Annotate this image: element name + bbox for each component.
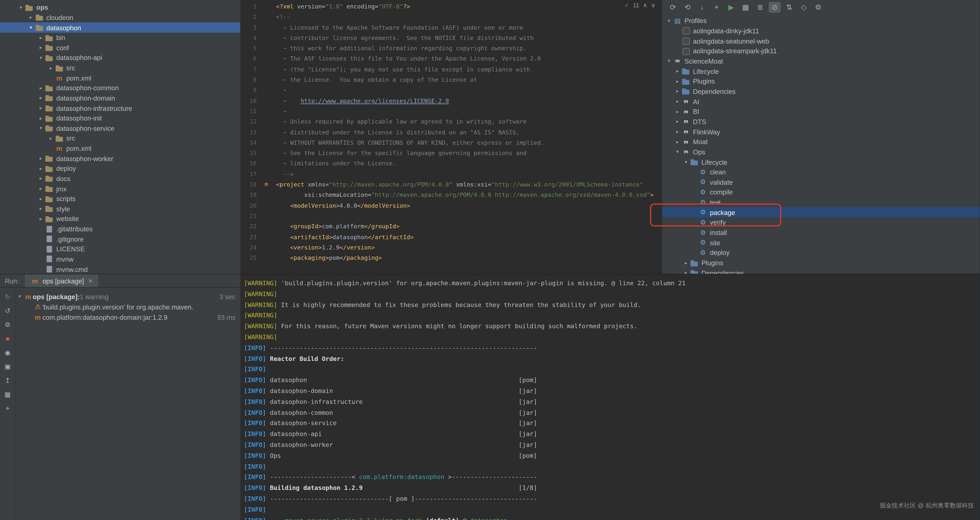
tree-item-style[interactable]: ▸style <box>0 204 240 214</box>
editor-line[interactable]: 20 <modelVersion>4.0.0</modelVersion> <box>241 200 662 211</box>
inspection-widget[interactable]: ✓ 11 ∧ ∨ <box>624 2 655 8</box>
run-maven-goal-icon[interactable]: ▶ <box>725 2 737 13</box>
export-icon[interactable]: ↥ <box>3 376 13 384</box>
editor-line[interactable]: 18m<project xmlns="http://maven.apache.o… <box>241 179 662 190</box>
editor-line[interactable]: 5 ~ this work for additional information… <box>241 43 662 54</box>
tree-item-ops[interactable]: ▾ops <box>0 2 240 13</box>
expand-arrow-icon[interactable]: ▸ <box>37 196 45 201</box>
tree-item-datasophon-service[interactable]: ▾datasophon-service <box>0 123 240 134</box>
expand-arrow-icon[interactable]: ▸ <box>37 105 45 111</box>
editor-line[interactable]: 9 ~ <box>241 85 662 96</box>
tree-item-src[interactable]: ▸src <box>0 63 240 73</box>
show-dependencies-icon[interactable]: ≣ <box>754 2 766 13</box>
tree-item-docs[interactable]: ▸docs <box>0 174 240 184</box>
find-icon[interactable]: ◉ <box>3 348 13 357</box>
tree-item-jmx[interactable]: ▸jmx <box>0 184 240 194</box>
tree-item-datasophon-infrastructure[interactable]: ▸datasophon-infrastructure <box>0 103 240 113</box>
maven-item-flinkway[interactable]: ▸mFlinkWay <box>662 127 980 137</box>
expand-arrow-icon[interactable]: ▸ <box>37 206 45 212</box>
expand-arrow-icon[interactable]: ▾ <box>682 159 690 165</box>
editor-line[interactable]: 22 <groupId>com.platform</groupId> <box>241 221 662 232</box>
tree-item-datasophon-init[interactable]: ▸datasophon-init <box>0 113 240 123</box>
run-tree-item[interactable]: mcom.platform:datasophon-domain:jar:1.2.… <box>16 312 240 323</box>
maven-item-moat[interactable]: ▸mMoat <box>662 137 980 147</box>
expand-arrow-icon[interactable]: ▸ <box>682 260 690 266</box>
collapse-all-icon[interactable]: ⇅ <box>783 2 795 13</box>
tree-item-scripts[interactable]: ▸scripts <box>0 194 240 204</box>
rerun-failed-icon[interactable]: ↺ <box>3 306 13 315</box>
generate-sources-icon[interactable]: ⟲ <box>681 2 694 13</box>
maven-item-aolingdata-dinky-jdk11[interactable]: aolingdata-dinky-jdk11 <box>662 26 980 36</box>
dependency-analyzer-icon[interactable]: ◇ <box>798 2 810 13</box>
editor-line[interactable]: 19 xsi:schemaLocation="http://maven.apac… <box>241 190 662 200</box>
tree-item-deploy[interactable]: ▸deploy <box>0 164 240 174</box>
expand-arrow-icon[interactable]: ▸ <box>37 45 45 51</box>
expand-arrow-icon[interactable]: ▾ <box>37 55 45 61</box>
pin-icon[interactable]: ⌖ <box>3 404 13 412</box>
maven-item-aolingdata-seatunnel-web[interactable]: aolingdata-seatunnel-web <box>662 36 980 46</box>
editor-line[interactable]: 13 ~ distributed under the License is di… <box>241 127 662 137</box>
tree-item-license[interactable]: LICENSE <box>0 244 240 254</box>
expand-arrow-icon[interactable]: ▾ <box>16 294 24 299</box>
expand-arrow-icon[interactable]: ▸ <box>674 78 681 84</box>
expand-arrow-icon[interactable]: ▸ <box>674 109 681 114</box>
expand-arrow-icon[interactable]: ▾ <box>665 18 673 24</box>
editor-line[interactable]: 12 ~ Unless required by applicable law o… <box>241 116 662 127</box>
expand-arrow-icon[interactable]: ▸ <box>682 270 690 274</box>
expand-arrow-icon[interactable]: ▸ <box>37 35 45 40</box>
maven-item-lifecycle[interactable]: ▸Lifecycle <box>662 66 980 76</box>
expand-arrow-icon[interactable]: ▸ <box>47 136 55 141</box>
expand-arrow-icon[interactable]: ▸ <box>674 119 681 124</box>
tree-item-datasophon-worker[interactable]: ▸datasophon-worker <box>0 153 240 164</box>
expand-arrow-icon[interactable]: ▸ <box>37 85 45 91</box>
build-settings-icon[interactable]: ⚙ <box>3 321 13 329</box>
tree-item-datasophon-api[interactable]: ▾datasophon-api <box>0 53 240 63</box>
expand-arrow-icon[interactable]: ▸ <box>37 156 45 161</box>
add-maven-project-icon[interactable]: + <box>711 2 722 13</box>
editor-line[interactable]: 3 ~ Licensed to the Apache Software Foun… <box>241 22 662 33</box>
maven-item-install[interactable]: ⚙install <box>662 228 980 238</box>
editor-line[interactable]: 4 ~ contributor license agreements. See … <box>241 33 662 43</box>
maven-item-lifecycle[interactable]: ▾Lifecycle <box>662 157 980 167</box>
expand-arrow-icon[interactable]: ▸ <box>674 99 681 104</box>
editor-line[interactable]: 17 --> <box>241 169 662 179</box>
expand-arrow-icon[interactable]: ▸ <box>37 166 45 171</box>
maven-item-plugins[interactable]: ▸Plugins <box>662 76 980 86</box>
maven-item-deploy[interactable]: ⚙deploy <box>662 248 980 258</box>
maven-item-ops[interactable]: ▾mOps <box>662 147 980 157</box>
expand-arrow-icon[interactable]: ▸ <box>37 95 45 101</box>
run-tree-item[interactable]: ⚠'build.plugins.plugin.version' for org.… <box>16 302 240 312</box>
maven-item-aolingdata-streampark-jdk11[interactable]: aolingdata-streampark-jdk11 <box>662 46 980 56</box>
tree-item-pom-xml[interactable]: mpom.xml <box>0 73 240 83</box>
tree-item-datasophon-common[interactable]: ▸datasophon-common <box>0 83 240 93</box>
tree-item-src[interactable]: ▸src <box>0 133 240 143</box>
expand-arrow-icon[interactable]: ▸ <box>37 216 45 222</box>
maven-item-verify[interactable]: ⚙verify <box>662 217 980 228</box>
editor-line[interactable]: 1<?xml version="1.0" encoding="UTF-8"?> <box>241 1 662 12</box>
expand-arrow-icon[interactable]: ▸ <box>674 89 681 94</box>
editor-line[interactable]: 10 ~ http://www.apache.org/licenses/LICE… <box>241 96 662 106</box>
expand-arrow-icon[interactable]: ▸ <box>37 186 45 191</box>
expand-arrow-icon[interactable]: ▾ <box>17 5 25 10</box>
execute-goal-icon[interactable]: ▦ <box>740 2 752 13</box>
expand-arrow-icon[interactable]: ▸ <box>37 176 45 181</box>
expand-arrow-icon[interactable]: ▸ <box>674 129 681 134</box>
maven-item-bi[interactable]: ▸mBI <box>662 107 980 117</box>
tree-item-datasophon[interactable]: ▾datasophon <box>0 22 240 33</box>
editor-line[interactable]: 14 ~ WITHOUT WARRANTIES OR CONDITIONS OF… <box>241 137 662 148</box>
tree-item-pom-xml[interactable]: mpom.xml <box>0 143 240 153</box>
tree-item-conf[interactable]: ▸conf <box>0 43 240 53</box>
skip-tests-icon[interactable]: ⊘ <box>768 2 781 13</box>
maven-item-compile[interactable]: ⚙compile <box>662 187 980 197</box>
expand-arrow-icon[interactable]: ▾ <box>665 58 673 64</box>
maven-item-test[interactable]: ⚙test <box>662 197 980 207</box>
editor-line[interactable]: 25 <packaging>pom</packaging> <box>241 252 662 263</box>
tree-item-cloudeon[interactable]: ▸cloudeon <box>0 13 240 22</box>
build-console[interactable]: [WARNING] 'build.plugins.plugin.version'… <box>241 274 980 520</box>
maven-item-profiles[interactable]: ▾▤Profiles <box>662 16 980 26</box>
maven-item-site[interactable]: ⚙site <box>662 238 980 248</box>
rerun-icon[interactable]: ↻ <box>3 292 13 301</box>
expand-arrow-icon[interactable]: ▸ <box>674 139 681 145</box>
prev-inspection-icon[interactable]: ∧ <box>643 2 648 8</box>
maven-item-ai[interactable]: ▸mAI <box>662 96 980 107</box>
